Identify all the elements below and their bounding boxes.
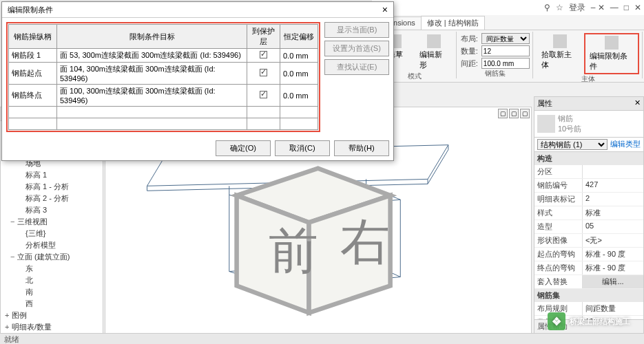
layout-label: 布局: <box>461 34 481 44</box>
svg-text:右: 右 <box>340 214 390 269</box>
col-cover: 到保护层 <box>247 25 280 49</box>
tab-modify-rebar[interactable]: 修改 | 结构钢筋 <box>421 16 485 30</box>
cover-checkbox[interactable] <box>260 91 267 98</box>
col-target: 限制条件目标 <box>57 25 247 49</box>
max-button[interactable]: □ <box>624 3 629 12</box>
props-close-button[interactable]: ✕ <box>634 98 641 109</box>
prop-row[interactable]: 明细表标记2 <box>534 193 643 206</box>
set-preferred-button[interactable]: 设置为首选(S) <box>324 41 389 56</box>
group-host-label: 主体 <box>581 74 595 84</box>
tree-item[interactable]: 标高 1 - 分析 <box>2 181 101 193</box>
login-button[interactable]: 登录 <box>569 2 585 14</box>
min-button[interactable]: — <box>610 3 619 12</box>
close-button[interactable]: ✕ <box>634 3 641 12</box>
constraints-icon <box>605 36 619 50</box>
prop-row[interactable]: 终点的弯钩标准 - 90 度 <box>534 261 643 275</box>
cancel-button[interactable]: 取消(C) <box>275 140 330 156</box>
prop-group-header[interactable]: 钢筋集 <box>534 289 643 302</box>
tree-item[interactable]: +图例 <box>2 310 101 321</box>
canvas-tool-3[interactable]: ▢ <box>520 109 530 118</box>
people-icon[interactable]: ⚲ <box>544 3 550 12</box>
prop-row[interactable]: 套入替换编辑... <box>534 275 643 289</box>
show-face-button[interactable]: 显示当面(B) <box>324 22 389 38</box>
prop-row[interactable]: 分区 <box>534 165 643 179</box>
edit-constraints-dialog: 编辑限制条件 × 钢筋操纵柄 限制条件目标 到保护层 恒定偏移 钢筋段 1面 5… <box>1 1 394 161</box>
table-row[interactable]: 钢筋段 1面 53, 300m连续梁截面 300m连续梁截面 (Id: 5394… <box>9 49 318 63</box>
tree-item[interactable]: −三维视图 <box>2 216 101 228</box>
prop-group-header[interactable]: 构造 <box>534 152 643 165</box>
tree-item[interactable]: 标高 1 <box>2 169 101 181</box>
type-name: 钢筋10号筋 <box>558 114 641 134</box>
pick-host-button[interactable]: 拾取新主体 <box>537 33 583 74</box>
props-title-text: 属性 <box>537 98 552 109</box>
table-row[interactable]: 钢筋终点面 100, 300m连续梁截面 300m连续梁截面 (Id: 5394… <box>9 85 318 107</box>
find-cert-button[interactable]: 查找认证(E) <box>324 59 389 75</box>
title-bar: ⚲ ☆ 登录 – ✕ — □ ✕ <box>372 0 644 15</box>
prop-row[interactable]: 钢筋编号427 <box>534 179 643 193</box>
prop-row[interactable]: 起点的弯钩标准 - 90 度 <box>534 248 643 261</box>
cover-checkbox[interactable] <box>260 51 267 58</box>
watermark: ❖ 桥梁上部结构施工 <box>548 312 630 330</box>
spacing-label: 间距: <box>461 58 481 69</box>
ribbon-tabs: Extensions 修改 | 结构钢筋 <box>372 15 644 30</box>
wechat-icon: ❖ <box>548 312 565 330</box>
col-offset: 恒定偏移 <box>280 25 318 49</box>
tree-item[interactable]: +明细表/数量 <box>2 321 101 333</box>
tree-item[interactable]: 标高 3 <box>2 204 101 216</box>
help-button[interactable]: 帮助(H) <box>334 140 389 156</box>
tree-item[interactable]: −立面 (建筑立面) <box>2 251 101 263</box>
group-rebarset-label: 钢筋集 <box>485 69 506 78</box>
status-bar: 就绪 <box>0 333 644 344</box>
qty-input[interactable] <box>481 45 530 56</box>
edit-constraints-button[interactable]: 编辑限制条件 <box>584 33 639 74</box>
col-handle: 钢筋操纵柄 <box>9 25 57 49</box>
tree-item[interactable]: 东 <box>2 263 101 275</box>
edit-shape-button[interactable]: 编辑新形 <box>415 33 453 72</box>
star-icon[interactable]: ☆ <box>556 3 563 12</box>
type-thumbnail <box>537 115 555 133</box>
cover-checkbox[interactable] <box>260 69 267 76</box>
tree-item[interactable]: 标高 2 - 分析 <box>2 193 101 204</box>
dialog-title-text: 编辑限制条件 <box>8 5 53 15</box>
table-row[interactable]: 钢筋起点面 104, 300m连续梁截面 300m连续梁截面 (Id: 5394… <box>9 63 318 85</box>
group-mode-label: 模式 <box>408 72 422 81</box>
tree-item[interactable]: 南 <box>2 286 101 298</box>
edit-type-button[interactable]: 编辑类型 <box>610 139 641 150</box>
prop-row[interactable]: 形状图像<无> <box>534 234 643 248</box>
prop-row[interactable]: 样式标准 <box>534 206 643 220</box>
constraints-table: 钢筋操纵柄 限制条件目标 到保护层 恒定偏移 钢筋段 1面 53, 300m连续… <box>8 24 318 130</box>
dash-icon[interactable]: – ✕ <box>591 3 605 12</box>
ok-button[interactable]: 确定(O) <box>216 140 271 156</box>
prop-row[interactable]: 造型05 <box>534 220 643 234</box>
shape-icon <box>427 34 441 48</box>
dialog-close-button[interactable]: × <box>382 4 388 15</box>
properties-panel: 属性 ✕ 钢筋10号筋 结构钢筋 (1) 编辑类型 构造分区钢筋编号427明细表… <box>534 96 644 334</box>
tree-item[interactable]: 北 <box>2 275 101 286</box>
svg-text:前: 前 <box>269 223 318 278</box>
tree-item[interactable]: {三维} <box>2 228 101 239</box>
pick-icon <box>553 34 567 48</box>
qty-label: 数量: <box>461 46 481 56</box>
layout-select[interactable]: 间距数量 <box>481 33 530 44</box>
tree-item[interactable]: 西 <box>2 298 101 310</box>
tree-item[interactable]: 分析模型 <box>2 239 101 251</box>
instance-selector[interactable]: 结构钢筋 (1) <box>537 139 607 150</box>
spacing-input[interactable] <box>481 58 530 69</box>
